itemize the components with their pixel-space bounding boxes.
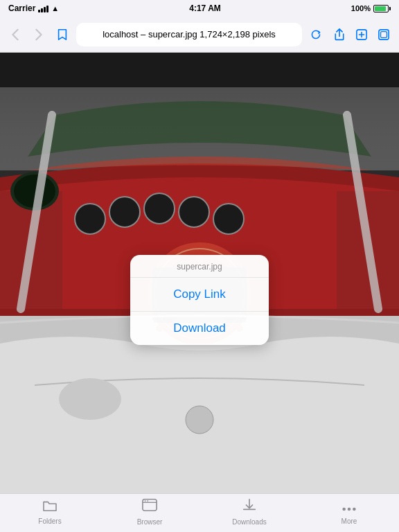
- more-label: More: [342, 517, 357, 525]
- carrier-label: Carrier: [8, 3, 35, 13]
- svg-point-30: [145, 500, 146, 502]
- tab-folders[interactable]: Folders: [0, 498, 100, 525]
- image-area: supercar.jpg Copy Link Download: [0, 53, 399, 493]
- svg-point-32: [342, 508, 346, 511]
- context-menu: supercar.jpg Copy Link Download: [130, 255, 269, 345]
- browser-label: Browser: [137, 518, 163, 526]
- svg-point-31: [147, 500, 148, 502]
- tab-browser[interactable]: Browser: [100, 497, 200, 526]
- more-icon: [342, 498, 357, 516]
- signal-bars: [38, 4, 48, 12]
- forward-button[interactable]: [29, 25, 48, 44]
- context-menu-title: supercar.jpg: [130, 255, 269, 278]
- signal-bar-3: [44, 7, 46, 12]
- browser-toolbar: localhost – supercar.jpg 1,724×2,198 pix…: [0, 17, 399, 53]
- browser-icon: [142, 497, 157, 517]
- tabs-button[interactable]: [374, 25, 393, 44]
- battery-percent: 100%: [351, 4, 371, 12]
- time-display: 4:17 AM: [189, 3, 221, 13]
- copy-link-button[interactable]: Copy Link: [130, 278, 269, 312]
- battery-icon: [373, 5, 391, 12]
- status-bar: Carrier ▲ 4:17 AM 100%: [0, 0, 399, 17]
- signal-bar-2: [41, 8, 43, 12]
- download-button[interactable]: Download: [130, 312, 269, 345]
- back-button[interactable]: [6, 25, 25, 44]
- status-left: Carrier ▲: [8, 3, 59, 13]
- address-bar[interactable]: localhost – supercar.jpg 1,724×2,198 pix…: [76, 23, 302, 46]
- context-menu-overlay[interactable]: supercar.jpg Copy Link Download: [0, 53, 399, 493]
- tab-downloads[interactable]: Downloads: [200, 497, 299, 526]
- battery-fill: [375, 6, 386, 11]
- folders-label: Folders: [38, 517, 61, 525]
- signal-bar-1: [38, 10, 40, 12]
- signal-bar-4: [46, 6, 48, 12]
- battery-tip: [389, 7, 391, 10]
- folders-icon: [42, 498, 57, 516]
- add-tab-button[interactable]: [352, 25, 371, 44]
- reload-button[interactable]: [306, 25, 326, 44]
- address-text: localhost – supercar.jpg 1,724×2,198 pix…: [103, 29, 276, 39]
- battery-body: [373, 5, 389, 12]
- tab-more[interactable]: More: [299, 498, 399, 525]
- status-right: 100%: [351, 4, 391, 12]
- tab-bar: Folders Browser Downloads: [0, 493, 399, 532]
- bookmark-button[interactable]: [53, 25, 72, 44]
- toolbar-right: [330, 25, 393, 44]
- svg-point-33: [348, 508, 351, 511]
- svg-rect-2: [381, 31, 387, 37]
- downloads-label: Downloads: [232, 518, 266, 526]
- downloads-icon: [242, 497, 257, 517]
- share-button[interactable]: [330, 25, 349, 44]
- svg-point-34: [353, 508, 356, 511]
- wifi-icon: ▲: [51, 4, 59, 12]
